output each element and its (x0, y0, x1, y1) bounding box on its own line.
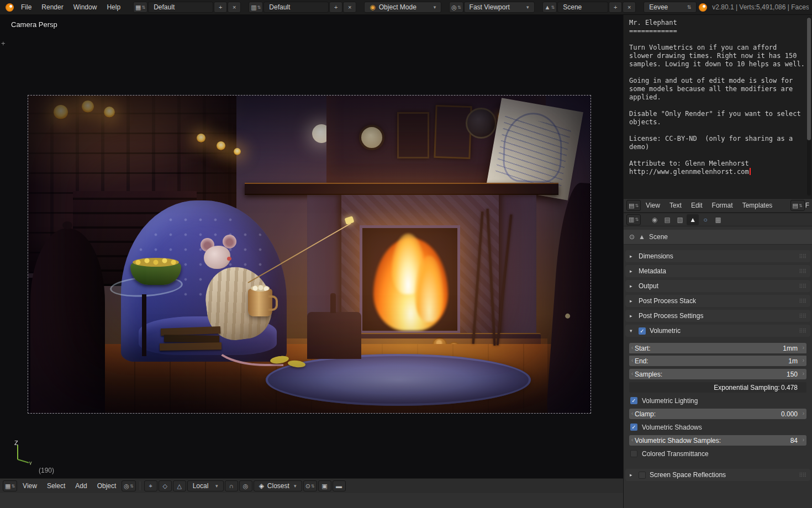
camera-frame[interactable] (28, 95, 591, 414)
text-text-menu[interactable]: Text (665, 198, 686, 213)
right-panel: Mr. Elephant ============ Turn Volumetri… (623, 15, 812, 508)
text-scrollbar[interactable] (807, 17, 811, 195)
snap-target-dropdown[interactable]: ◈ Closest▾ (254, 480, 302, 491)
layout-name-field[interactable]: Default (263, 2, 329, 13)
mini-axis-gizmo[interactable]: Z y (9, 440, 34, 467)
toolbar-expand-button[interactable]: + (1, 39, 6, 47)
volumetric-shadow-samples-field[interactable]: Volumetric Shadow Samples:84 (629, 435, 806, 446)
decrement-arrow-icon[interactable]: ‹ (631, 437, 633, 443)
panel-grip-icon[interactable]: ⠿⠿ (799, 253, 806, 260)
viewport-view-menu[interactable]: View (18, 479, 41, 494)
file-menu[interactable]: File (16, 0, 36, 15)
texture-tab-icon[interactable]: ▩ (712, 214, 724, 225)
pin-icon[interactable]: ⊙ (629, 233, 635, 241)
scene-browse-icon[interactable]: ▲⇅ (542, 2, 557, 13)
pivot-point-button[interactable]: ◎⇅ (122, 480, 135, 491)
text-editor[interactable]: Mr. Elephant ============ Turn Volumetri… (624, 15, 812, 198)
panel-screen-space-reflections[interactable]: ▸ Screen Space Reflections ⠿⠿ (625, 469, 810, 481)
overlays-toggle-icon[interactable]: ⊙⇅ (303, 480, 317, 491)
viewport-header-bar: ▦⇅ View Select Add Object ◎⇅ ⌖ ◇ △ Local… (0, 478, 623, 493)
viewport-object-menu[interactable]: Object (93, 479, 121, 494)
increment-arrow-icon[interactable]: › (803, 371, 804, 377)
panel-volumetric[interactable]: ▾ ✓ Volumetric ⠿⠿ (625, 325, 810, 337)
workspace-add-button[interactable]: + (214, 2, 227, 13)
text-datablock-partial-label: F (805, 202, 809, 209)
workspace-close-button[interactable]: × (228, 2, 241, 13)
render-tab-icon[interactable]: ◉ (648, 214, 661, 225)
scene-close-button[interactable]: × (623, 2, 636, 13)
text-datablock-button[interactable]: ▤⇅ (790, 200, 805, 211)
scene-add-button[interactable]: + (609, 2, 622, 13)
decrement-arrow-icon[interactable]: ‹ (631, 410, 633, 416)
snap-magnet-icon[interactable]: ∩ (225, 480, 238, 491)
increment-arrow-icon[interactable]: › (803, 437, 804, 443)
blender-logo-icon[interactable] (6, 3, 14, 12)
increment-arrow-icon[interactable]: › (803, 345, 804, 351)
text-format-menu[interactable]: Format (708, 198, 737, 213)
text-editor-type-button[interactable]: ▤⇅ (626, 200, 641, 211)
scene-name-field[interactable]: Scene (557, 2, 608, 13)
ssr-checkbox[interactable] (639, 472, 646, 479)
viewlayer-tab-icon[interactable]: ▧ (674, 214, 686, 225)
transform-tool-icon[interactable]: ◇ (159, 480, 172, 491)
workspace-browse-icon[interactable]: ▦⇅ (133, 2, 147, 13)
increment-arrow-icon[interactable]: › (803, 357, 804, 363)
shading-dropdown[interactable]: Fast Viewport ▾ (464, 2, 535, 13)
volumetric-lighting-checkbox[interactable]: ✓ (630, 397, 637, 404)
proportional-editing-icon[interactable]: ◎ (239, 480, 252, 491)
properties-editor-type-button[interactable]: ▥⇅ (626, 214, 641, 225)
text-editor-content[interactable]: Mr. Elephant ============ Turn Volumetri… (624, 15, 812, 176)
colored-transmittance-checkbox[interactable] (630, 450, 637, 457)
panel-grip-icon[interactable]: ⠿⠿ (799, 472, 806, 478)
shading-browse-icon[interactable]: ◎⇅ (449, 2, 463, 13)
volumetric-shadows-checkbox[interactable]: ✓ (630, 424, 637, 431)
text-scrollbar-thumb[interactable] (807, 18, 811, 140)
decrement-arrow-icon[interactable]: ‹ (631, 357, 633, 363)
increment-arrow-icon[interactable]: › (803, 410, 804, 416)
scene-tab-icon[interactable]: ▲ (687, 214, 699, 225)
camera-view-icon[interactable]: ▬ (333, 480, 346, 491)
volumetric-samples-field[interactable]: Samples:150 (629, 369, 806, 379)
clamp-field[interactable]: Clamp:0.000 (629, 409, 806, 419)
workspace-name-field[interactable]: Default (148, 2, 213, 13)
layout-browse-icon[interactable]: ▥⇅ (249, 2, 263, 13)
text-view-menu[interactable]: View (641, 198, 665, 213)
panel-grip-icon[interactable]: ⠿⠿ (799, 283, 806, 289)
engine-dropdown[interactable]: Eevee ⇅ (644, 2, 697, 13)
editor-type-button[interactable]: ▦⇅ (3, 480, 17, 491)
decrement-arrow-icon[interactable]: ‹ (631, 371, 633, 377)
scene-breadcrumb: ⊙ ▲ Scene (624, 230, 812, 245)
text-edit-menu[interactable]: Edit (687, 198, 707, 213)
viewport-add-menu[interactable]: Add (71, 479, 91, 494)
volumetric-end-field[interactable]: End:1m (629, 356, 806, 366)
exponential-sampling-slider[interactable]: Exponential Sampling: 0.478 (629, 382, 806, 393)
panel-grip-icon[interactable]: ⠿⠿ (799, 298, 806, 304)
layout-add-button[interactable]: + (329, 2, 342, 13)
help-menu[interactable]: Help (102, 0, 125, 15)
output-tab-icon[interactable]: ▤ (661, 214, 673, 225)
viewport-3d[interactable]: Camera Persp + (0, 15, 623, 493)
window-menu[interactable]: Window (68, 0, 102, 15)
orientation-dropdown[interactable]: Local▾ (187, 480, 224, 491)
render-menu[interactable]: Render (36, 0, 68, 15)
volumetric-start-field[interactable]: Start:1mm (629, 343, 806, 353)
panel-grip-icon[interactable]: ⠿⠿ (799, 268, 806, 274)
viewport-select-menu[interactable]: Select (43, 479, 70, 494)
render-preview-icon[interactable]: ▣ (318, 480, 331, 491)
text-templates-menu[interactable]: Templates (738, 198, 777, 213)
world-tab-icon[interactable]: ○ (699, 214, 711, 225)
panel-grip-icon[interactable]: ⠿⠿ (799, 328, 806, 334)
volumetric-checkbox[interactable]: ✓ (639, 327, 646, 335)
layout-close-button[interactable]: × (343, 2, 356, 13)
panel-post-process-stack[interactable]: ▸Post Process Stack⠿⠿ (625, 295, 810, 307)
panel-metadata[interactable]: ▸Metadata⠿⠿ (625, 265, 810, 277)
mode-dropdown[interactable]: ◉ Object Mode ▾ (364, 2, 441, 13)
cursor-tool-icon[interactable]: ⌖ (144, 480, 157, 491)
text-editor-header: ▤⇅ View Text Edit Format Templates ▤⇅ F (624, 198, 812, 213)
panel-post-process-settings[interactable]: ▸Post Process Settings⠿⠿ (625, 310, 810, 322)
panel-grip-icon[interactable]: ⠿⠿ (799, 313, 806, 319)
panel-output[interactable]: ▸Output⠿⠿ (625, 280, 810, 292)
panel-dimensions[interactable]: ▸Dimensions⠿⠿ (625, 250, 810, 262)
annotate-tool-icon[interactable]: △ (173, 480, 186, 491)
decrement-arrow-icon[interactable]: ‹ (631, 345, 633, 351)
